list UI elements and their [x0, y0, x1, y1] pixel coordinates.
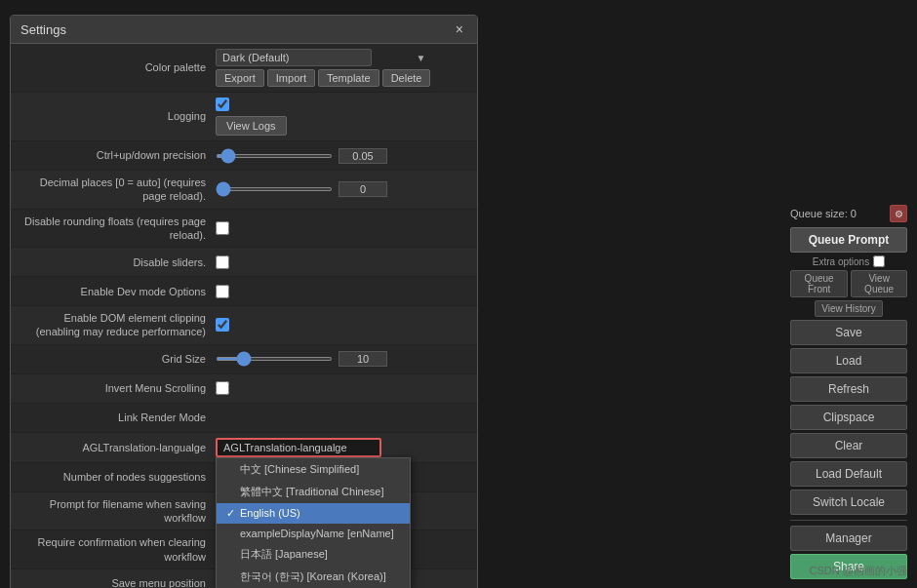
lang-option-zh-tw[interactable]: 繁體中文 [Traditional Chinese]	[217, 481, 410, 503]
settings-dialog: Settings × Color palette Dark (Default) …	[10, 15, 478, 588]
clear-button[interactable]: Clear	[790, 433, 907, 458]
logging-checkbox[interactable]	[216, 98, 229, 111]
divider	[790, 520, 907, 521]
dom-clipping-row: Enable DOM element clipping (enabling ma…	[11, 306, 477, 345]
agl-translation-row: AGLTranslation-langualge AGLTranslation-…	[11, 433, 477, 463]
view-logs-button[interactable]: View Logs	[216, 116, 287, 136]
color-palette-row: Color palette Dark (Default) Light Custo…	[11, 44, 477, 93]
disable-rounding-checkbox[interactable]	[216, 221, 229, 235]
check-icon	[226, 548, 236, 560]
watermark: CSDN @画画的小强	[810, 564, 907, 578]
disable-rounding-row: Disable rounding floats (requires page r…	[11, 210, 477, 249]
lang-option-ja[interactable]: 日本語 [Japanese]	[217, 543, 410, 566]
dialog-title: Settings	[20, 22, 66, 37]
dom-clipping-label: Enable DOM element clipping (enabling ma…	[20, 311, 216, 339]
invert-menu-row: Invert Menu Scrolling	[11, 374, 477, 404]
view-queue-button[interactable]: View Queue	[851, 270, 907, 297]
agl-translation-label: AGLTranslation-langualge	[20, 441, 216, 454]
decimal-places-slider[interactable]	[216, 187, 333, 191]
manager-button[interactable]: Manager	[790, 526, 907, 551]
grid-size-label: Grid Size	[20, 352, 216, 366]
lang-option-en-us[interactable]: ✓ English (US)	[217, 503, 410, 524]
dom-clipping-control	[216, 318, 467, 332]
lang-option-example[interactable]: exampleDisplayName [enName]	[217, 524, 410, 543]
save-button[interactable]: Save	[790, 320, 907, 345]
extra-options-checkbox[interactable]	[873, 255, 885, 267]
logging-row: Logging View Logs	[11, 93, 477, 141]
check-icon	[226, 463, 236, 475]
disable-sliders-row: Disable sliders.	[11, 248, 477, 277]
settings-content: Color palette Dark (Default) Light Custo…	[11, 44, 477, 588]
load-button[interactable]: Load	[790, 348, 907, 373]
invert-menu-label: Invert Menu Scrolling	[20, 381, 216, 395]
decimal-places-value: 0	[339, 181, 387, 197]
agl-translation-field[interactable]: AGLTranslation-langualge	[216, 438, 381, 457]
delete-button[interactable]: Delete	[382, 69, 431, 87]
refresh-button[interactable]: Refresh	[790, 376, 907, 402]
grid-size-value: 10	[339, 351, 387, 367]
switch-locale-button[interactable]: Switch Locale	[790, 490, 907, 515]
check-icon	[226, 570, 236, 582]
color-palette-select[interactable]: Dark (Default) Light Custom	[216, 49, 372, 66]
load-default-button[interactable]: Load Default	[790, 461, 907, 487]
queue-icon-button[interactable]: ⚙	[890, 205, 907, 222]
dev-mode-row: Enable Dev mode Options	[11, 277, 477, 306]
save-menu-position-label: Save menu position	[20, 576, 216, 588]
prompt-filename-label: Prompt for filename when saving workflow	[20, 497, 216, 526]
ctrl-precision-row: Ctrl+up/down precision 0.05	[11, 141, 477, 171]
check-icon	[226, 486, 236, 497]
color-palette-control: Dark (Default) Light Custom ▼ Export Imp…	[216, 49, 467, 87]
view-history-row: View History	[790, 300, 907, 317]
lang-option-ko[interactable]: 한국어 (한국) [Korean (Korea)]	[217, 566, 410, 588]
select-arrow-icon: ▼	[417, 53, 426, 63]
disable-rounding-label: Disable rounding floats (requires page r…	[20, 215, 216, 243]
num-nodes-label: Number of nodes suggestions	[20, 470, 216, 484]
grid-size-slider[interactable]	[216, 357, 333, 361]
view-history-button[interactable]: View History	[815, 300, 882, 317]
clipspace-button[interactable]: Clipspace	[790, 405, 907, 430]
lang-option-zh-cn[interactable]: 中文 [Chinese Simplified]	[217, 458, 410, 481]
import-button[interactable]: Import	[267, 69, 315, 87]
sub-buttons-row: Queue Front View Queue	[790, 270, 907, 297]
ctrl-precision-value: 0.05	[339, 148, 387, 164]
language-dropdown: 中文 [Chinese Simplified] 繁體中文 [Traditiona…	[216, 457, 411, 588]
dev-mode-label: Enable Dev mode Options	[20, 285, 216, 298]
grid-size-control: 10	[216, 351, 467, 367]
template-button[interactable]: Template	[318, 69, 379, 87]
check-icon	[226, 528, 236, 539]
disable-sliders-control	[216, 255, 467, 269]
invert-menu-control	[216, 381, 467, 395]
decimal-places-label: Decimal places [0 = auto] (requires page…	[20, 176, 216, 204]
grid-size-row: Grid Size 10	[11, 345, 477, 374]
dev-mode-control	[216, 285, 467, 298]
settings-icon: ⚙	[895, 209, 903, 219]
export-button[interactable]: Export	[216, 69, 264, 87]
extra-options-label: Extra options	[813, 256, 869, 267]
dialog-close-button[interactable]: ×	[452, 21, 467, 37]
ctrl-precision-label: Ctrl+up/down precision	[20, 148, 216, 162]
require-confirmation-label: Require confirmation when clearing workf…	[20, 535, 216, 564]
dev-mode-checkbox[interactable]	[216, 285, 229, 298]
link-render-row: Link Render Mode	[11, 404, 477, 433]
ctrl-precision-slider[interactable]	[216, 154, 333, 158]
queue-header: Queue size: 0 ⚙	[790, 205, 907, 222]
check-icon: ✓	[226, 507, 236, 520]
queue-size-label: Queue size: 0	[790, 208, 857, 219]
right-panel: Queue size: 0 ⚙ Queue Prompt Extra optio…	[790, 205, 907, 579]
disable-rounding-control	[216, 221, 467, 235]
decimal-places-control: 0	[216, 181, 467, 197]
ctrl-precision-control: 0.05	[216, 148, 467, 164]
logging-control: View Logs	[216, 98, 467, 136]
dom-clipping-checkbox[interactable]	[216, 318, 229, 332]
queue-prompt-button[interactable]: Queue Prompt	[790, 227, 907, 253]
queue-front-button[interactable]: Queue Front	[790, 270, 848, 297]
decimal-places-row: Decimal places [0 = auto] (requires page…	[11, 171, 477, 210]
logging-label: Logging	[20, 109, 216, 123]
disable-sliders-label: Disable sliders.	[20, 255, 216, 269]
agl-translation-control: AGLTranslation-langualge 中文 [Chinese Sim…	[216, 438, 467, 457]
link-render-label: Link Render Mode	[20, 411, 216, 424]
disable-sliders-checkbox[interactable]	[216, 255, 229, 269]
invert-menu-checkbox[interactable]	[216, 381, 229, 395]
extra-options-row: Extra options	[790, 255, 907, 267]
color-palette-label: Color palette	[20, 60, 216, 74]
